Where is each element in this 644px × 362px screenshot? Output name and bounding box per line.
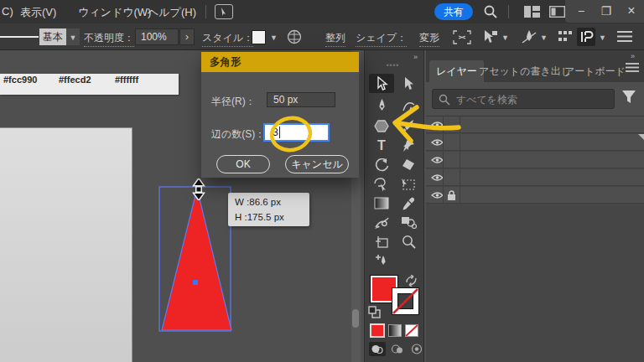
sides-input[interactable]: 3	[263, 123, 330, 142]
default-fill-stroke-icon[interactable]	[368, 306, 381, 318]
layer-row-color[interactable]: ▶ color	[426, 116, 644, 133]
shape-link[interactable]: シェイプ：	[356, 31, 407, 47]
list-menu-icon[interactable]	[617, 30, 632, 43]
menu-divider-2	[508, 5, 509, 18]
panel-drag-handle[interactable]: ▪▪▪▪	[387, 61, 399, 69]
bounding-box-icon[interactable]	[453, 30, 471, 44]
stroke-profile-chevron[interactable]: ▼	[66, 28, 80, 45]
tooltip-height: H :175.5 px	[235, 209, 309, 225]
pen-tool[interactable]	[369, 96, 394, 116]
sides-label: 辺の数(S)：	[211, 127, 265, 142]
none-button[interactable]	[405, 324, 418, 337]
draw-behind-mode-button[interactable]	[389, 342, 406, 356]
layer-row-face[interactable]: ▶ 顔	[426, 169, 644, 186]
paintbrush-tool[interactable]	[396, 116, 421, 136]
menu-divider	[205, 5, 206, 18]
eyedropper-tool[interactable]	[396, 194, 421, 213]
recolor-artwork-icon[interactable]	[287, 29, 302, 44]
stroke-color-swatch[interactable]	[392, 287, 419, 315]
artboard-selection-tool[interactable]	[396, 174, 421, 194]
menu-item-help[interactable]: ヘルプ(H)	[148, 5, 196, 20]
layer-row-layer1[interactable]: ▼ レイヤー 1	[426, 134, 644, 151]
search-field-icon	[439, 94, 450, 106]
share-button[interactable]: 共有	[434, 3, 473, 20]
lock-icon[interactable]	[447, 190, 456, 201]
measure-tooltip: W :86.6 px H :175.5 px	[228, 193, 309, 226]
ok-button[interactable]: OK	[216, 155, 270, 173]
polygon-tool[interactable]	[369, 116, 394, 136]
draw-normal-mode-button[interactable]	[369, 342, 386, 356]
menu-item-window[interactable]: ウィンドウ(W)	[78, 5, 151, 20]
align-link[interactable]: 整列	[325, 31, 345, 47]
stroke-profile-preview	[0, 35, 39, 39]
dots-grid-icon[interactable]	[558, 31, 572, 43]
close-button[interactable]: ×	[622, 3, 641, 18]
touch-workspace-icon[interactable]	[215, 4, 233, 19]
opacity-stepper-button[interactable]: ›	[179, 28, 195, 45]
tab-artboards[interactable]: アートボード	[558, 60, 632, 82]
select-similar-icon[interactable]	[481, 29, 498, 44]
gradient-button[interactable]	[388, 324, 402, 337]
color-button[interactable]	[370, 323, 385, 338]
isolate-pen-icon[interactable]	[521, 29, 538, 44]
eye-icon[interactable]	[431, 191, 444, 199]
style-swatch[interactable]	[252, 30, 266, 44]
minimize-button[interactable]: −	[572, 3, 590, 18]
tools-panel: » ▪▪▪▪ T	[364, 50, 424, 362]
collapse-layers-panel-icon[interactable]: »	[631, 52, 635, 60]
eye-icon[interactable]	[431, 173, 444, 182]
shaper-tool[interactable]	[369, 174, 394, 194]
text-caret	[279, 127, 280, 138]
control-bar: 基本 ▼ 不透明度： 100% › スタイル： ▼ 整列 シェイプ： 変形 ▼ …	[0, 23, 644, 50]
transform-link[interactable]: 変形	[419, 31, 439, 47]
selection-tool[interactable]	[369, 74, 394, 93]
sides-value: 3	[273, 127, 278, 138]
properties-panel-icon[interactable]	[577, 28, 595, 46]
layer-row-polygon[interactable]: < 多角形 >	[426, 152, 644, 168]
layer-corner-marker	[638, 134, 644, 140]
isolate-pen-chevron[interactable]: ▼	[540, 34, 548, 42]
restore-button[interactable]: ❐	[597, 3, 615, 18]
rotate-tool[interactable]	[369, 155, 394, 174]
type-tool[interactable]: T	[369, 136, 394, 155]
stroke-profile-select[interactable]: 基本	[39, 28, 66, 45]
add-anchor-tool[interactable]	[369, 251, 394, 271]
resize-cursor-icon	[191, 178, 206, 200]
style-label[interactable]: スタイル：	[202, 31, 253, 47]
menu-bar: C) 表示(V) ウィンドウ(W) ヘルプ(H) 共有 − ❐ ×	[0, 0, 644, 23]
panel-menu-icon[interactable]	[626, 62, 639, 73]
properties-chevron[interactable]: ▼	[599, 34, 606, 42]
collapse-panel-icon[interactable]: »	[413, 53, 417, 61]
select-similar-chevron[interactable]: ▼	[501, 34, 509, 42]
gradient-tool[interactable]	[369, 194, 394, 213]
twirl-tool[interactable]	[369, 213, 394, 232]
artboard-tool[interactable]	[369, 232, 394, 251]
cancel-button[interactable]: キャンセル	[285, 155, 349, 173]
radius-input[interactable]: 50 px	[267, 92, 335, 107]
radius-label: 半径(R)：	[211, 95, 256, 109]
filter-icon[interactable]	[621, 90, 636, 105]
search-icon[interactable]	[483, 4, 498, 19]
workspace-switcher-icon[interactable]	[524, 6, 540, 18]
style-chevron-icon[interactable]: ▼	[270, 34, 278, 42]
menu-item-partial[interactable]: C)	[2, 5, 13, 18]
eraser-tool[interactable]	[396, 155, 421, 174]
eye-icon[interactable]	[431, 138, 444, 147]
eye-icon[interactable]	[431, 156, 444, 164]
pin-tool[interactable]	[396, 136, 421, 155]
menu-item-view[interactable]: 表示(V)	[20, 5, 56, 20]
tooltip-width: W :86.6 px	[235, 194, 309, 209]
eye-icon[interactable]	[431, 121, 444, 129]
swap-fill-stroke-icon[interactable]	[405, 275, 418, 287]
direct-selection-tool[interactable]	[396, 74, 421, 93]
layer-row-rectangle[interactable]: < 長方形 >	[426, 187, 644, 204]
layers-search-input[interactable]: すべてを検索	[432, 89, 615, 109]
panel-layout-icon[interactable]	[549, 6, 565, 18]
zoom-tool[interactable]	[396, 232, 421, 251]
opacity-field[interactable]: 100%	[135, 28, 179, 45]
draw-inside-mode-button[interactable]	[409, 342, 424, 356]
curvature-tool[interactable]	[396, 96, 421, 116]
symbols-tool[interactable]	[396, 213, 421, 232]
opacity-label[interactable]: 不透明度：	[84, 31, 134, 47]
dialog-title-bar[interactable]: 多角形	[201, 52, 359, 72]
